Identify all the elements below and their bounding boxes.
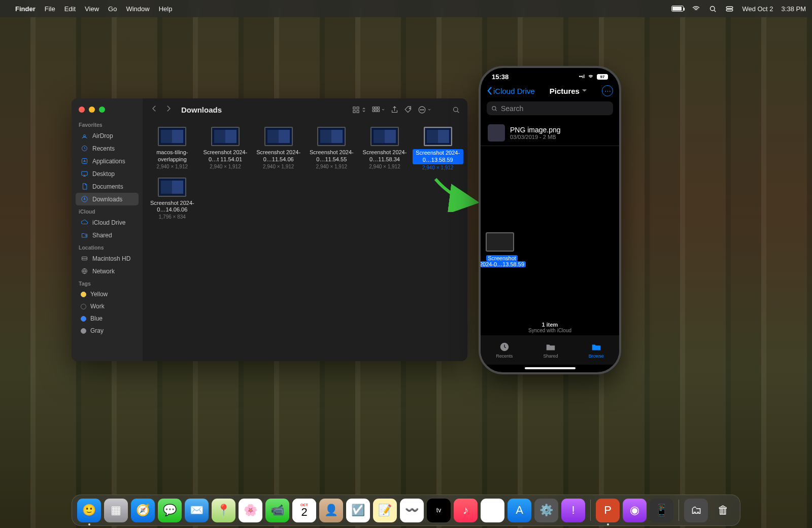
sidebar-item-applications[interactable]: Applications <box>76 155 139 167</box>
file-thumbnail <box>158 127 186 146</box>
dock-app-finder[interactable]: 🙂 <box>77 499 101 522</box>
sidebar-item-shared[interactable]: Shared <box>76 229 139 241</box>
menu-window[interactable]: Window <box>126 5 149 13</box>
dock-app-iphone-mirroring[interactable]: 📱 <box>650 499 673 522</box>
iphone-back-button[interactable]: iCloud Drive <box>487 86 535 95</box>
file-item[interactable]: Screenshot 2024-0…11.54.552,940 × 1,912 <box>305 125 358 172</box>
finder-sidebar: Favorites AirDropRecentsApplicationsDesk… <box>72 98 143 361</box>
dock-app-podcasts[interactable]: ◉ <box>623 499 647 522</box>
file-dimensions: 2,940 × 1,912 <box>157 164 188 169</box>
dock-app-launchpad[interactable]: ▦ <box>104 499 128 522</box>
svg-rect-11 <box>353 107 355 109</box>
section-icloud: iCloud <box>74 205 141 216</box>
iphone-content-area[interactable]: Screenshot 2024-0…13.58.59 <box>481 146 619 339</box>
file-thumbnail <box>317 127 346 146</box>
svg-rect-15 <box>373 107 375 109</box>
folder-shared-icon <box>545 341 556 353</box>
control-center-icon[interactable] <box>725 5 734 13</box>
dock-app-settings[interactable]: ⚙️ <box>534 499 558 522</box>
menu-edit[interactable]: Edit <box>64 5 76 13</box>
sidebar-tag-gray[interactable]: Gray <box>76 325 139 337</box>
search-button[interactable] <box>452 105 460 114</box>
file-meta: 03/03/2019 - 2 MB <box>510 134 561 140</box>
svg-point-3 <box>84 135 86 137</box>
wifi-icon[interactable] <box>692 5 700 13</box>
file-grid[interactable]: macos-tiling-overlapping2,940 × 1,912Scr… <box>143 121 467 361</box>
tab-browse[interactable]: Browse <box>589 341 604 359</box>
home-indicator[interactable] <box>525 367 576 369</box>
dock-app-app-store[interactable]: A <box>507 499 531 522</box>
sidebar-item-macintosh-hd[interactable]: Macintosh HD <box>76 252 139 265</box>
dock-app-messages[interactable]: 💬 <box>158 499 182 522</box>
dock-app-facetime[interactable]: 📹 <box>265 499 289 522</box>
dock-app-maps[interactable]: 📍 <box>212 499 235 522</box>
forward-button[interactable] <box>164 104 173 115</box>
finder-window: Favorites AirDropRecentsApplicationsDesk… <box>72 98 467 361</box>
file-item[interactable]: Screenshot 2024-0…14.06.061,796 × 834 <box>146 175 199 222</box>
dragged-file-label: Screenshot 2024-0…13.58.59 <box>479 255 527 267</box>
sidebar-item-downloads[interactable]: Downloads <box>76 193 139 205</box>
sidebar-tag-work[interactable]: Work <box>76 300 139 312</box>
dock-app-music[interactable]: ♪ <box>454 499 478 522</box>
file-item[interactable]: Screenshot 2024-0…t 11.54.012,940 × 1,91… <box>199 125 252 172</box>
action-button[interactable] <box>418 105 431 114</box>
folder-icon <box>591 341 602 353</box>
tag-button[interactable] <box>404 105 413 114</box>
dock-app-powerpoint[interactable]: P <box>596 499 620 522</box>
sidebar-item-icloud-drive[interactable]: iCloud Drive <box>76 216 139 229</box>
menubar-time[interactable]: 3:38 PM <box>782 5 806 13</box>
dock-app-tv[interactable]: tv <box>427 499 451 522</box>
sidebar-tag-blue[interactable]: Blue <box>76 312 139 325</box>
file-item[interactable]: Screenshot 2024-0…11.54.062,940 × 1,912 <box>252 125 305 172</box>
sidebar-item-recents[interactable]: Recents <box>76 142 139 155</box>
group-button[interactable] <box>371 105 385 114</box>
sidebar-item-desktop[interactable]: Desktop <box>76 167 139 180</box>
zoom-button[interactable] <box>99 107 105 113</box>
dock-app-safari[interactable]: 🧭 <box>131 499 155 522</box>
file-item[interactable]: Screenshot 2024-0…11.58.342,940 × 1,912 <box>358 125 412 172</box>
tab-shared[interactable]: Shared <box>543 341 558 359</box>
menu-file[interactable]: File <box>45 5 55 13</box>
sidebar-item-documents[interactable]: Documents <box>76 180 139 193</box>
dock-app-freeform[interactable]: 〰️ <box>400 499 424 522</box>
iphone-folder-title[interactable]: Pictures <box>550 87 587 95</box>
tab-recents[interactable]: Recents <box>496 341 513 359</box>
dock-app-photos[interactable]: 🌸 <box>239 499 262 522</box>
dock-app-notes[interactable]: 📝 <box>373 499 397 522</box>
battery-icon[interactable] <box>671 6 684 12</box>
sidebar-item-airdrop[interactable]: AirDrop <box>76 129 139 142</box>
section-tags: Tags <box>74 277 141 288</box>
file-item[interactable]: Screenshot 2024-0…13.58.592,940 × 1,912 <box>411 125 464 172</box>
sidebar-item-network[interactable]: Network <box>76 265 139 277</box>
dock-app-feedback[interactable]: ! <box>561 499 585 522</box>
iphone-file-item[interactable]: PNG image.png 03/03/2019 - 2 MB <box>481 120 619 146</box>
chevron-down-icon <box>582 89 587 93</box>
share-button[interactable] <box>390 105 399 114</box>
close-button[interactable] <box>79 107 85 113</box>
menu-view[interactable]: View <box>85 5 99 13</box>
view-mode-button[interactable] <box>352 105 366 114</box>
svg-point-22 <box>419 107 425 113</box>
dock-app-downloads[interactable]: 🗂 <box>684 499 708 522</box>
menu-go[interactable]: Go <box>108 5 117 13</box>
dock-app-contacts[interactable]: 👤 <box>319 499 343 522</box>
file-item[interactable]: macos-tiling-overlapping2,940 × 1,912 <box>146 125 199 172</box>
sidebar-tag-yellow[interactable]: Yellow <box>76 288 139 300</box>
back-button[interactable] <box>150 104 159 115</box>
dock-app-calendar[interactable]: OCT2 <box>292 499 316 522</box>
file-name: Screenshot 2024-0…t 11.54.01 <box>200 149 251 163</box>
minimize-button[interactable] <box>89 107 95 113</box>
svg-rect-20 <box>378 110 380 112</box>
menu-help[interactable]: Help <box>159 5 173 13</box>
svg-rect-14 <box>357 110 359 112</box>
dock-app-mail[interactable]: ✉️ <box>185 499 209 522</box>
spotlight-icon[interactable] <box>708 5 717 13</box>
window-controls <box>74 102 141 119</box>
dock-app-reminders[interactable]: ☑️ <box>346 499 370 522</box>
iphone-search-field[interactable]: Search <box>487 101 613 115</box>
menubar-date[interactable]: Wed Oct 2 <box>742 5 773 13</box>
dock-app-news[interactable]: N <box>481 499 504 522</box>
dock-app-trash[interactable]: 🗑 <box>711 499 735 522</box>
iphone-more-button[interactable]: ⋯ <box>602 85 613 96</box>
active-app-name[interactable]: Finder <box>15 5 36 13</box>
